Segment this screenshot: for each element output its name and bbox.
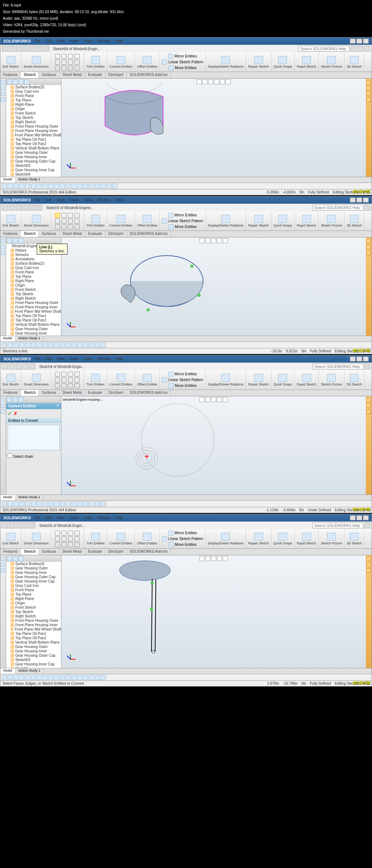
- menu-insert[interactable]: Insert: [68, 356, 81, 361]
- appearance-icon[interactable]: [366, 568, 371, 573]
- arc-icon[interactable]: [55, 219, 60, 224]
- tree-tab-icon[interactable]: [13, 556, 18, 561]
- mirror-button[interactable]: Mirror Entities: [168, 371, 197, 377]
- circle-icon[interactable]: [68, 54, 73, 59]
- tool-icon[interactable]: [54, 675, 59, 680]
- zoom-area-icon[interactable]: [205, 397, 210, 402]
- menu-insert[interactable]: Insert: [68, 197, 81, 203]
- feature-tree-item[interactable]: Vertical Shaft Bottom Plane: [11, 640, 61, 645]
- plane-icon[interactable]: [74, 65, 80, 71]
- feature-tree-item[interactable]: Top Sketch: [11, 116, 61, 120]
- menu-window[interactable]: Window: [95, 39, 113, 44]
- feature-tree-item[interactable]: Front Plane: [11, 588, 61, 592]
- tab-addins[interactable]: SOLIDWORKS Add-Ins: [127, 72, 171, 78]
- tool-icon[interactable]: [89, 184, 94, 189]
- feature-tree-item[interactable]: Front Sketch: [11, 605, 61, 610]
- close-button[interactable]: ×: [363, 356, 369, 361]
- maximize-button[interactable]: □: [356, 356, 362, 361]
- zoom-area-icon[interactable]: [205, 556, 210, 561]
- tool-icon[interactable]: [37, 501, 42, 507]
- minimize-button[interactable]: _: [350, 39, 356, 44]
- ok-button[interactable]: ✓: [8, 411, 12, 416]
- tab-motion-study[interactable]: Motion Study 1: [16, 177, 44, 183]
- spline-icon[interactable]: [68, 377, 73, 383]
- display-relations-button[interactable]: Display/Delete Relations: [206, 370, 246, 389]
- feature-tree-item[interactable]: Gear Housing Outer Cap: [11, 653, 61, 658]
- tab-evaluate[interactable]: Evaluate: [85, 549, 105, 555]
- feature-tree-item[interactable]: Gear Housing Inner: [11, 331, 61, 336]
- tool-icon[interactable]: [77, 343, 82, 348]
- smart-dimension-button[interactable]: Smart Dimension: [21, 529, 51, 548]
- menu-help[interactable]: Help: [113, 197, 125, 203]
- open-icon[interactable]: [9, 205, 15, 211]
- tool-icon[interactable]: [95, 675, 100, 680]
- feature-tree-item[interactable]: Gear Housing Outer: [11, 645, 61, 649]
- side-icon[interactable]: [1, 239, 5, 243]
- maximize-button[interactable]: □: [356, 515, 362, 520]
- tool-icon[interactable]: [13, 343, 19, 348]
- rectangle-icon[interactable]: [61, 54, 66, 59]
- menu-tools[interactable]: Tools: [82, 197, 94, 203]
- arc-icon[interactable]: [55, 60, 60, 65]
- tool-icon[interactable]: [37, 184, 42, 189]
- offset-button[interactable]: Offset Entities: [135, 529, 160, 548]
- undo-icon[interactable]: [29, 523, 35, 528]
- graphics-viewport[interactable]: [61, 555, 366, 668]
- tool-icon[interactable]: [37, 675, 42, 680]
- menu-insert[interactable]: Insert: [68, 515, 81, 520]
- slot-icon[interactable]: [74, 372, 80, 377]
- tool-icon[interactable]: [19, 501, 24, 507]
- tree-tab-icon[interactable]: [19, 556, 24, 561]
- feature-tree-item[interactable]: Front Plane: [11, 270, 61, 275]
- appearance-icon[interactable]: [366, 398, 371, 402]
- tool-icon[interactable]: [43, 501, 48, 507]
- feature-tree-item[interactable]: Gear Housing Inner Cap: [11, 579, 61, 584]
- print-icon[interactable]: [23, 205, 28, 211]
- tool-icon[interactable]: [72, 675, 77, 680]
- tool-icon[interactable]: [72, 501, 77, 507]
- display-relations-button[interactable]: Display/Delete Relations: [206, 529, 246, 548]
- rapid-sketch-button[interactable]: Rapid Sketch: [295, 529, 319, 548]
- feature-tree-item[interactable]: Top Sketch: [11, 292, 61, 296]
- plane-icon[interactable]: [74, 542, 80, 547]
- fillet-icon[interactable]: [55, 224, 60, 229]
- tab-sketch[interactable]: Sketch: [21, 390, 39, 396]
- polygon-icon[interactable]: [61, 377, 66, 383]
- tool-icon[interactable]: [37, 343, 42, 348]
- close-button[interactable]: ×: [363, 39, 369, 44]
- feature-tree-item[interactable]: Right Plane: [11, 279, 61, 283]
- tab-motion-study[interactable]: Motion Study 1: [16, 668, 44, 674]
- exit-sketch-button[interactable]: Exit Sketch: [0, 52, 21, 72]
- view-orientation-icon[interactable]: [211, 238, 216, 243]
- line-icon[interactable]: [55, 531, 60, 536]
- quick-snaps-button[interactable]: Quick Snaps: [271, 211, 295, 231]
- appearance-icon[interactable]: [366, 251, 371, 255]
- linear-pattern-button[interactable]: Linear Sketch Pattern: [162, 377, 203, 383]
- feature-tree-item[interactable]: Gear Housing Outer Cap: [11, 575, 61, 579]
- menu-tools[interactable]: Tools: [82, 39, 94, 44]
- feature-tree-item[interactable]: Gear Housing Inner: [11, 649, 61, 653]
- zoom-fit-icon[interactable]: [197, 79, 202, 84]
- tool-icon[interactable]: [72, 343, 77, 348]
- line-icon[interactable]: [55, 213, 60, 218]
- feature-tree-item[interactable]: Gear Housing Inner: [11, 571, 61, 575]
- trim-button[interactable]: Trim Entities: [84, 211, 107, 231]
- feature-tree-item[interactable]: Right Sketch: [11, 120, 61, 124]
- feature-tree-item[interactable]: Gear Housing Inner Cap: [11, 662, 61, 667]
- close-inner-icon[interactable]: [364, 46, 370, 52]
- open-icon[interactable]: [9, 46, 15, 52]
- convert-button[interactable]: Convert Entities: [107, 370, 135, 389]
- feature-tree[interactable]: Surface Bodies(4)Gear Housing OuterGear …: [6, 555, 61, 668]
- tool-icon[interactable]: [106, 184, 112, 189]
- ellipse-icon[interactable]: [74, 219, 80, 224]
- linear-pattern-button[interactable]: Linear Sketch Pattern: [162, 59, 203, 65]
- tool-icon[interactable]: [2, 675, 7, 680]
- side-icon[interactable]: [1, 97, 5, 102]
- tab-surfaces[interactable]: Surfaces: [39, 390, 59, 396]
- graphics-viewport[interactable]: Windmill-Engine-Housing-...: [61, 396, 366, 495]
- appearance-icon[interactable]: [366, 563, 371, 567]
- appearance-icon[interactable]: [366, 80, 371, 84]
- slot-icon[interactable]: [74, 531, 80, 536]
- menu-file[interactable]: File: [32, 356, 43, 361]
- tab-model[interactable]: Model: [0, 177, 16, 183]
